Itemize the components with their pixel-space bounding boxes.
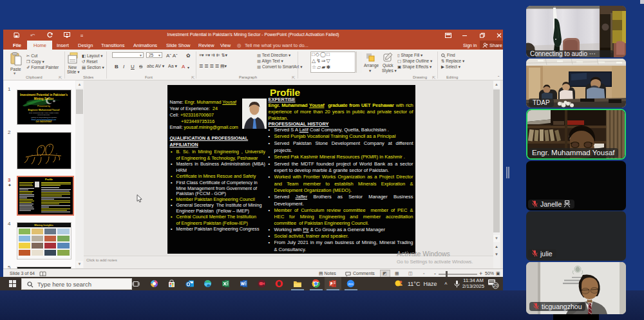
svg-text:Institute of Mining Engineers: Institute of Mining Engineers Pakistan bbox=[31, 117, 57, 118]
svg-text:zm: zm bbox=[348, 282, 354, 286]
svg-text:Presented by: Presented by bbox=[37, 105, 50, 108]
svg-text:Engineer Muhammad Yousaf: Engineer Muhammad Yousaf bbox=[28, 109, 61, 111]
svg-text:General Secretary: General Secretary bbox=[37, 114, 50, 116]
svg-text:Mining Sector: Mining Sector bbox=[34, 97, 54, 100]
svg-text:Cell: 0923316700607: Cell: 0923316700607 bbox=[35, 120, 52, 123]
svg-text:Email: yousaf.mining@gmail.com: Email: yousaf.mining@gmail.com bbox=[32, 118, 56, 121]
svg-text:Profile: Profile bbox=[45, 178, 53, 181]
svg-text:Mining Insights: Mining Insights bbox=[34, 223, 53, 227]
svg-text:20: 20 bbox=[493, 283, 498, 288]
svg-text:Investment Potential in Pakist: Investment Potential in Pakistan’s bbox=[20, 93, 68, 97]
svg-text:B.Sc Mining Eng MBA(HRM) MPE: B.Sc Mining Eng MBA(HRM) MPEC FIMEP bbox=[29, 112, 59, 114]
